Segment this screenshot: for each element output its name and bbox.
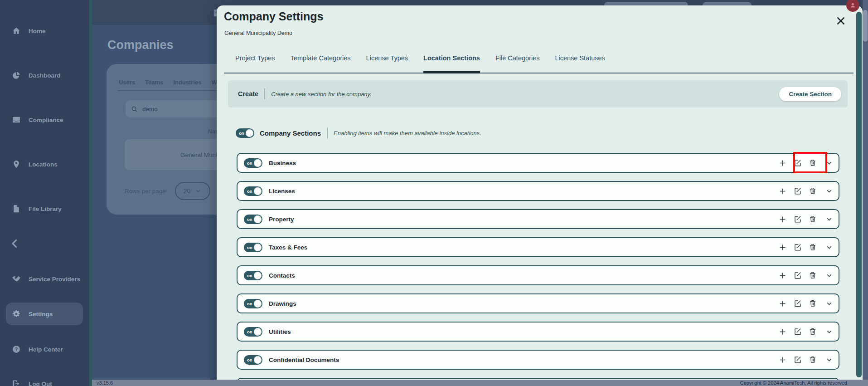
section-name: Utilities — [269, 328, 291, 335]
add-icon[interactable] — [778, 356, 787, 364]
edit-icon[interactable] — [794, 271, 802, 279]
copyright-label: Copyright © 2024 AnamiTech, All rights r… — [740, 380, 847, 386]
section-actions — [778, 159, 833, 167]
page-scrollbar[interactable] — [863, 0, 868, 386]
company-sections-toggle[interactable]: on — [236, 128, 254, 138]
compliance-icon — [12, 115, 21, 124]
edit-icon[interactable] — [794, 215, 802, 223]
toggle-knob — [254, 187, 262, 195]
add-icon[interactable] — [778, 159, 787, 167]
section-row-contacts: on Contacts — [237, 265, 839, 285]
search-icon — [131, 106, 138, 112]
sidebar-item-help-center[interactable]: ? Help Center — [6, 339, 83, 359]
section-toggle[interactable]: on — [244, 186, 262, 196]
tab-teams[interactable]: Teams — [145, 79, 163, 86]
chevron-down-icon[interactable] — [825, 328, 833, 336]
logout-icon — [12, 379, 21, 386]
edit-icon[interactable] — [794, 356, 802, 364]
add-icon[interactable] — [778, 243, 787, 252]
delete-icon[interactable] — [809, 159, 817, 167]
sidebar-item-home[interactable]: Home — [6, 21, 83, 41]
add-icon[interactable] — [778, 215, 787, 224]
delete-icon[interactable] — [809, 356, 817, 364]
sidebar-item-settings[interactable]: Settings — [6, 303, 83, 325]
tab-file-categories[interactable]: File Categories — [495, 51, 540, 73]
section-toggle[interactable]: on — [244, 243, 262, 252]
section-name: Property — [269, 216, 294, 223]
chevron-down-icon[interactable] — [825, 244, 833, 251]
dashboard-icon — [12, 71, 21, 80]
home-icon — [12, 26, 21, 35]
section-toggle[interactable]: on — [244, 327, 262, 337]
collapse-sidebar-button[interactable] — [9, 238, 21, 249]
chevron-down-icon[interactable] — [825, 272, 833, 279]
edit-icon[interactable] — [794, 327, 802, 336]
modal-scrollbar-thumb[interactable] — [856, 12, 862, 377]
modal-tabs: Project Types Template Categories Licens… — [224, 51, 853, 73]
section-name: Confidential Documents — [269, 357, 339, 363]
sidebar-item-dashboard[interactable]: Dashboard — [6, 65, 83, 85]
section-rows: on Business — [237, 153, 839, 378]
delete-icon[interactable] — [809, 215, 817, 223]
toggle-knob — [254, 356, 262, 364]
section-actions — [778, 356, 833, 364]
section-row-property: on Property — [237, 209, 839, 229]
section-actions — [778, 215, 833, 224]
toggle-knob — [254, 215, 262, 223]
sidebar-item-service-providers[interactable]: Service Providers — [6, 269, 83, 289]
section-toggle[interactable]: on — [244, 271, 262, 280]
toggle-knob — [254, 244, 262, 251]
section-toggle[interactable]: on — [244, 158, 262, 168]
sidebar-nav: Home Dashboard Compliance Locations — [0, 0, 89, 386]
section-toggle[interactable]: on — [244, 355, 262, 365]
tab-project-types[interactable]: Project Types — [235, 51, 275, 73]
divider — [327, 127, 328, 138]
chevron-down-icon[interactable] — [825, 187, 833, 195]
footer: v3.15.6 Copyright © 2024 AnamiTech, All … — [92, 380, 868, 386]
delete-icon[interactable] — [809, 187, 817, 195]
file-library-icon — [12, 204, 21, 213]
delete-icon[interactable] — [809, 243, 817, 251]
tab-users[interactable]: Users — [119, 79, 135, 86]
tab-license-types[interactable]: License Types — [366, 51, 408, 73]
sidebar-item-file-library[interactable]: File Library — [6, 199, 83, 219]
add-icon[interactable] — [778, 327, 787, 336]
section-toggle[interactable]: on — [244, 299, 262, 308]
tab-location-sections[interactable]: Location Sections — [423, 51, 480, 73]
sidebar-item-locations[interactable]: Locations — [6, 154, 83, 174]
chevron-down-icon[interactable] — [825, 159, 833, 167]
search-value: demo — [142, 106, 158, 112]
add-icon[interactable] — [778, 299, 787, 308]
add-icon[interactable] — [778, 187, 787, 195]
tab-license-statuses[interactable]: License Statuses — [555, 51, 605, 73]
chevron-down-icon[interactable] — [825, 300, 833, 308]
sidebar-item-log-out[interactable]: Log Out — [6, 374, 83, 386]
company-sections-header: on Company Sections Enabling items will … — [236, 127, 481, 138]
create-section-button[interactable]: Create Section — [779, 87, 841, 101]
section-toggle[interactable]: on — [244, 215, 262, 224]
help-icon: ? — [12, 345, 21, 354]
edit-icon[interactable] — [794, 187, 802, 195]
create-section-band: Create Create a new section for the comp… — [228, 80, 848, 107]
sidebar-item-compliance[interactable]: Compliance — [6, 110, 83, 130]
rows-per-page-select[interactable]: 20 — [175, 182, 210, 200]
delete-icon[interactable] — [809, 271, 817, 279]
section-row-utilities: on Utilities — [237, 322, 839, 342]
chevron-down-icon[interactable] — [825, 215, 833, 223]
chevron-down-icon[interactable] — [825, 356, 833, 364]
edit-icon[interactable] — [794, 159, 802, 167]
tab-industries[interactable]: Industries — [173, 79, 201, 86]
delete-icon[interactable] — [809, 299, 817, 308]
close-icon[interactable] — [835, 15, 846, 26]
rows-per-page-label: Rows per page: — [125, 188, 168, 195]
delete-icon[interactable] — [809, 327, 817, 336]
sidebar: Home Dashboard Compliance Locations — [0, 0, 89, 386]
page-title: Companies — [107, 38, 174, 52]
edit-icon[interactable] — [794, 299, 802, 308]
add-icon[interactable] — [778, 271, 787, 280]
page-scrollbar-thumb[interactable] — [863, 10, 868, 42]
section-name: Licenses — [269, 188, 295, 195]
tab-template-categories[interactable]: Template Categories — [291, 51, 351, 73]
edit-icon[interactable] — [794, 243, 802, 251]
section-row-taxes-fees: on Taxes & Fees — [237, 237, 839, 257]
